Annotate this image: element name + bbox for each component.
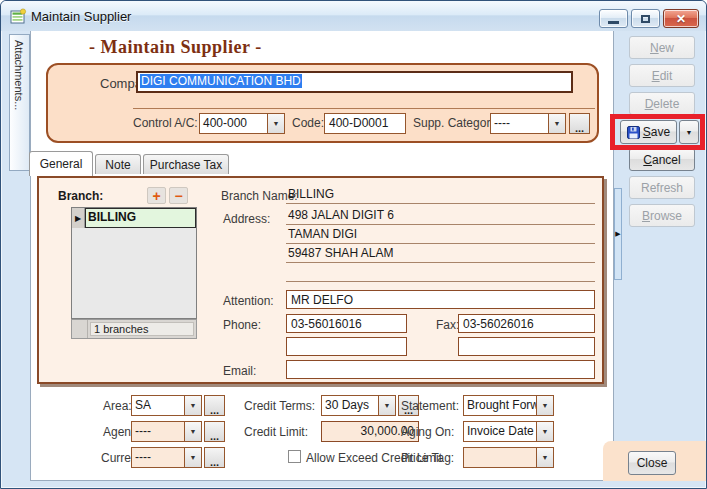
credit-terms-dropdown[interactable]: 30 Days ▼ <box>321 395 396 416</box>
supp-category-label: Supp. Category: <box>413 116 500 130</box>
splitter-arrow-icon: ▶ <box>615 230 620 238</box>
save-options-arrow-button[interactable]: ▼ <box>679 120 699 144</box>
fax-input[interactable]: 03-56026016 <box>458 314 595 333</box>
attachments-tab[interactable]: Attachments... <box>9 34 30 171</box>
chevron-down-icon[interactable]: ▼ <box>184 396 201 415</box>
maximize-icon <box>641 15 650 23</box>
control-ac-dropdown[interactable]: 400-000 ▼ <box>199 113 285 134</box>
chevron-down-icon[interactable]: ▼ <box>536 448 553 467</box>
agent-dropdown[interactable]: ---- ▼ <box>131 421 202 442</box>
chevron-down-icon[interactable]: ▼ <box>184 448 201 467</box>
address-line-4[interactable] <box>286 264 595 282</box>
phone-label: Phone: <box>223 318 261 332</box>
currency-dropdown[interactable]: ---- ▼ <box>131 447 202 468</box>
remove-branch-button[interactable]: − <box>169 187 188 204</box>
address-line-2[interactable]: TAMAN DIGI <box>286 226 595 244</box>
close-icon: ✕ <box>676 12 686 26</box>
supp-category-dropdown[interactable]: ---- ▼ <box>490 113 566 134</box>
chevron-down-icon[interactable]: ▼ <box>536 422 553 441</box>
panel-splitter[interactable]: ▶ <box>614 188 622 280</box>
code-label: Code: <box>292 116 324 130</box>
branch-name-field[interactable]: BILLING <box>286 186 595 204</box>
control-ac-label: Control A/C: <box>133 116 198 130</box>
general-tab-panel: Branch: + − ▶ BILLING 1 branches Branch … <box>37 176 604 384</box>
email-label: Email: <box>223 364 256 378</box>
area-label: Area: <box>103 399 132 413</box>
price-tag-dropdown[interactable]: ▼ <box>463 447 554 468</box>
tab-purchase-tax[interactable]: Purchase Tax <box>143 154 229 174</box>
agent-browse-button[interactable]: ... <box>204 421 225 442</box>
cancel-button[interactable]: Cancel <box>629 148 695 171</box>
branch-count: 1 branches <box>90 322 194 336</box>
chevron-down-icon[interactable]: ▼ <box>536 396 553 415</box>
new-button[interactable]: New <box>629 36 695 59</box>
area-browse-button[interactable]: ... <box>204 395 225 416</box>
window-title: Maintain Supplier <box>31 9 131 24</box>
page-title: - Maintain Supplier - <box>89 37 262 58</box>
attention-input[interactable]: MR DELFO <box>286 290 595 309</box>
maintain-supplier-window: Maintain Supplier ✕ Attachments... - Mai… <box>0 0 707 489</box>
branch-grid[interactable]: ▶ BILLING <box>71 207 197 319</box>
currency-browse-button[interactable]: ... <box>204 447 225 468</box>
company-value: DIGI COMMUNICATION BHD <box>140 74 302 88</box>
fax2-input[interactable] <box>458 337 595 356</box>
add-branch-button[interactable]: + <box>147 187 166 204</box>
price-tag-label: Price Tag: <box>401 451 454 465</box>
attention-label: Attention: <box>223 294 274 308</box>
statement-label: Statement: <box>401 399 459 413</box>
minimize-icon <box>608 21 619 24</box>
company-panel: Company: DIGI COMMUNICATION BHD Control … <box>46 63 599 143</box>
address-line-3[interactable]: 59487 SHAH ALAM <box>286 245 595 263</box>
tab-note[interactable]: Note <box>95 154 141 174</box>
refresh-button[interactable]: Refresh <box>629 176 695 199</box>
row-selector-icon: ▶ <box>72 208 85 228</box>
branch-label: Branch: <box>58 189 103 203</box>
credit-limit-label: Credit Limit: <box>244 425 308 439</box>
company-input[interactable]: DIGI COMMUNICATION BHD <box>136 71 573 93</box>
statement-dropdown[interactable]: Brought Forw ▼ <box>463 395 554 416</box>
chevron-down-icon[interactable]: ▼ <box>184 422 201 441</box>
area-dropdown[interactable]: SA ▼ <box>131 395 202 416</box>
tab-general[interactable]: General <box>29 151 93 176</box>
aging-on-dropdown[interactable]: Invoice Date ▼ <box>463 421 554 442</box>
maximize-button[interactable] <box>631 9 660 28</box>
title-bar: Maintain Supplier ✕ <box>1 1 706 31</box>
email-input[interactable] <box>286 360 595 379</box>
aging-on-label: Aging On: <box>401 425 454 439</box>
minimize-button[interactable] <box>599 9 628 28</box>
chevron-down-icon[interactable]: ▼ <box>267 114 284 133</box>
branch-row[interactable]: ▶ BILLING <box>72 208 196 228</box>
address-line-1[interactable]: 498 JALAN DIGIT 6 <box>286 207 595 225</box>
branch-row-name: BILLING <box>85 208 196 228</box>
close-button[interactable]: Close <box>628 451 676 475</box>
address-label: Address: <box>223 212 270 226</box>
code-input[interactable]: 400-D0001 <box>324 113 406 134</box>
credit-terms-label: Credit Terms: <box>244 399 315 413</box>
supp-category-browse-button[interactable]: ... <box>569 113 590 134</box>
app-icon <box>10 8 27 25</box>
branch-grid-statusbar: 1 branches <box>71 319 197 339</box>
delete-button[interactable]: Delete <box>629 92 695 115</box>
chevron-down-icon[interactable]: ▼ <box>378 396 395 415</box>
close-window-button[interactable]: ✕ <box>663 9 699 28</box>
fax-label: Fax: <box>436 318 459 332</box>
edit-button[interactable]: Edit <box>629 64 695 87</box>
save-floppy-icon <box>627 126 640 139</box>
chevron-down-icon[interactable]: ▼ <box>548 114 565 133</box>
chevron-down-icon: ▼ <box>686 129 693 136</box>
allow-exceed-checkbox[interactable] <box>288 450 301 463</box>
browse-button[interactable]: Browse <box>629 204 695 227</box>
save-button[interactable]: Save <box>620 120 677 144</box>
phone-input[interactable]: 03-56016016 <box>286 314 407 333</box>
phone2-input[interactable] <box>286 337 407 356</box>
